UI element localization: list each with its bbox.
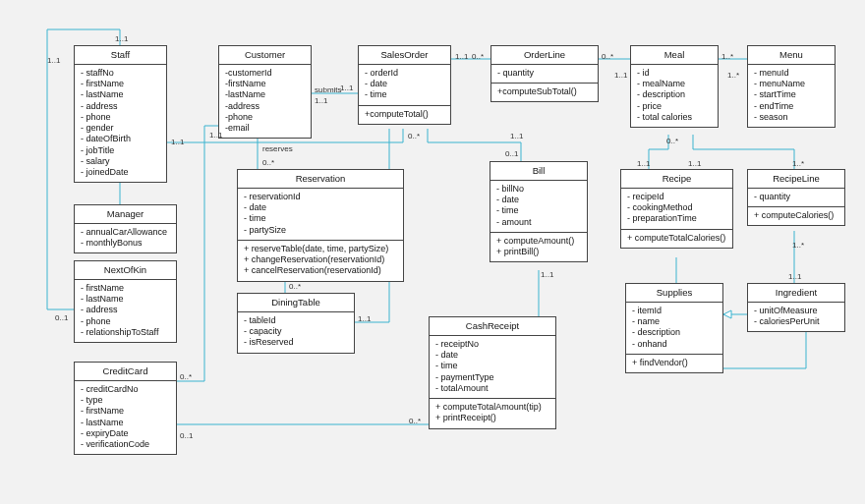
class-ops: +computeTotal() xyxy=(359,106,450,124)
class-title: Ingredient xyxy=(748,284,844,303)
attr: - preparationTime xyxy=(627,213,726,224)
attr: - amount xyxy=(496,217,581,228)
op: + reserveTable(date, time, partySize) xyxy=(244,244,397,254)
op: + computeTotalCalories() xyxy=(627,233,726,244)
attr: - menuId xyxy=(754,68,829,79)
attr: - description xyxy=(632,327,717,338)
class-title: Bill xyxy=(490,162,587,181)
assoc-label-l_rl1n2: 1..* xyxy=(792,241,804,250)
attr: - time xyxy=(244,213,397,224)
attr: - jobTitle xyxy=(81,145,160,156)
attr: - recipeId xyxy=(627,192,726,202)
attr: - season xyxy=(754,112,829,123)
class-ops: + reserveTable(date, time, partySize)+ c… xyxy=(238,241,403,281)
assoc-label-l_so11: 1..1 xyxy=(340,84,353,92)
op: +computeSubTotal() xyxy=(497,86,592,97)
attr: - expiryDate xyxy=(81,428,170,439)
class-ops: + computeCalories() xyxy=(748,207,844,225)
assoc-label-l_res0n2: 0..* xyxy=(289,282,301,291)
attr: - date xyxy=(244,202,397,213)
attr: - date xyxy=(435,350,549,361)
attr: - paymentType xyxy=(435,372,549,383)
assoc-label-l_bill01: 0..1 xyxy=(505,149,518,158)
class-ops: + computeTotalAmount(tip)+ printReceipt(… xyxy=(430,399,555,428)
attr: - unitOfMeasure xyxy=(754,306,838,316)
class-title: CashReceipt xyxy=(430,317,555,336)
attr: - verificationCode xyxy=(81,439,170,450)
attr: - total calories xyxy=(637,112,712,123)
attr: - endTime xyxy=(754,101,829,112)
attr: -lastName xyxy=(225,89,305,100)
class-creditCard: CreditCard- creditCardNo- type- firstNam… xyxy=(74,362,177,455)
class-ops: + computeTotalCalories() xyxy=(621,230,732,248)
assoc-label-l_ol0n: 0..* xyxy=(472,52,484,61)
attr: - creditCardNo xyxy=(81,384,170,395)
assoc-label-l_so11c: 1..1 xyxy=(510,132,523,140)
class-nextOfKin: NextOfKin- firstName- lastName- address-… xyxy=(74,260,177,343)
attr: - quantity xyxy=(754,192,838,202)
op: + computeTotalAmount(tip) xyxy=(435,402,549,413)
attr: - reservationId xyxy=(244,192,397,202)
class-attrs: - receiptNo- date- time- paymentType- to… xyxy=(430,336,555,399)
attr: -phone xyxy=(225,112,305,123)
class-title: Meal xyxy=(631,46,718,65)
class-title: RecipeLine xyxy=(748,170,844,189)
class-attrs: -customerId-firstName-lastName-address-p… xyxy=(219,65,311,139)
assoc-label-l_staff11b: 1..1 xyxy=(47,56,60,65)
op: + computeAmount() xyxy=(496,236,581,247)
attr: - gender xyxy=(81,123,160,134)
attr: - lastName xyxy=(81,89,160,100)
class-reservation: Reservation- reservationId- date- time- … xyxy=(237,169,404,282)
op: + changeReservation(reservationId) xyxy=(244,254,397,265)
op: + cancelReservation(reservationId) xyxy=(244,265,397,276)
attr: - startTime xyxy=(754,89,829,100)
class-title: OrderLine xyxy=(491,46,598,65)
attr: - date xyxy=(365,79,444,89)
assoc-label-l_dt11: 1..1 xyxy=(358,314,371,323)
assoc-label-l_rl1n: 1..* xyxy=(792,159,804,168)
class-title: Customer xyxy=(219,46,311,65)
class-attrs: - id- mealName- description- price- tota… xyxy=(631,65,718,127)
class-title: CreditCard xyxy=(75,363,176,381)
attr: - billNo xyxy=(496,184,581,195)
attr: - price xyxy=(637,101,712,112)
op: + printReceipt() xyxy=(435,413,549,423)
assoc-label-l_recipe11: 1..1 xyxy=(637,159,650,168)
attr: - orderId xyxy=(365,68,444,79)
attr: - phone xyxy=(81,112,160,123)
class-attrs: - quantity xyxy=(491,65,598,84)
class-title: Staff xyxy=(75,46,166,65)
class-attrs: - menuId- menuName- startTime- endTime- … xyxy=(748,65,835,127)
assoc-label-l_ing11: 1..1 xyxy=(788,272,801,281)
class-title: Recipe xyxy=(621,170,732,189)
attr: - quantity xyxy=(497,68,592,79)
assoc-label-l_res0n: 0..* xyxy=(262,158,274,167)
attr: -customerId xyxy=(225,68,305,79)
attr: - onhand xyxy=(632,339,717,350)
attr: - relationshipToStaff xyxy=(81,327,170,338)
assoc-label-l_cc0n: 0..* xyxy=(180,372,192,381)
attr: - itemId xyxy=(632,306,717,316)
class-title: Manager xyxy=(75,205,176,224)
class-ingredient: Ingredient- unitOfMeasure- caloriesPerUn… xyxy=(747,283,845,332)
class-title: Supplies xyxy=(626,284,722,303)
attr: - joinedDate xyxy=(81,167,160,178)
class-ops: +computeSubTotal() xyxy=(491,84,598,101)
assoc-label-l_cust11: 1..1 xyxy=(209,131,222,140)
attr: - firstName xyxy=(81,406,170,417)
attr: - partySize xyxy=(244,225,397,236)
class-supplies: Supplies- itemId- name- description- onh… xyxy=(625,283,723,373)
class-title: Reservation xyxy=(238,170,403,189)
class-attrs: - recipeId- cookingMethod- preparationTi… xyxy=(621,189,732,230)
class-attrs: - tableId- capacity- isReserved xyxy=(238,312,354,353)
attr: - time xyxy=(365,89,444,100)
assoc-label-l_staff_so11: 1..1 xyxy=(171,138,184,146)
class-attrs: - annualCarAllowance- monthlyBonus xyxy=(75,224,176,253)
class-salesOrder: SalesOrder- orderId- date- time+computeT… xyxy=(358,45,451,125)
class-attrs: - firstName- lastName- address- phone- r… xyxy=(75,280,176,342)
class-attrs: - orderId- date- time xyxy=(359,65,450,106)
attr: - monthlyBonus xyxy=(81,238,170,249)
class-manager: Manager- annualCarAllowance- monthlyBonu… xyxy=(74,204,177,253)
attr: - type xyxy=(81,395,170,406)
op: + printBill() xyxy=(496,247,581,257)
